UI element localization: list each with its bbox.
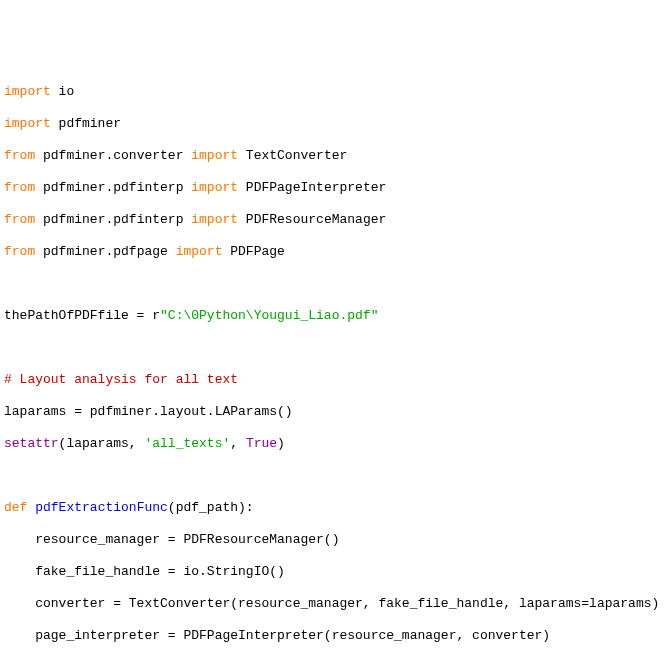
keyword-import: import — [176, 244, 223, 259]
const-true: True — [246, 436, 277, 451]
assignment: converter = TextConverter(resource_manag… — [4, 596, 659, 611]
module-path: pdfminer.pdfpage — [35, 244, 175, 259]
keyword-def: def — [4, 500, 27, 515]
module-path: pdfminer.converter — [35, 148, 191, 163]
keyword-import: import — [191, 180, 238, 195]
assignment: page_interpreter = PDFPageInterpreter(re… — [4, 628, 550, 643]
keyword-import: import — [4, 84, 51, 99]
blank-line — [4, 340, 667, 356]
code-block: import io import pdfminer from pdfminer.… — [4, 68, 667, 660]
keyword-from: from — [4, 180, 35, 195]
keyword-import: import — [4, 116, 51, 131]
keyword-from: from — [4, 244, 35, 259]
func-params: (pdf_path): — [168, 500, 254, 515]
keyword-from: from — [4, 148, 35, 163]
module-path: pdfminer.pdfinterp — [35, 180, 191, 195]
module-path: pdfminer.pdfinterp — [35, 212, 191, 227]
string-literal: 'all_texts' — [144, 436, 230, 451]
module-io: io — [51, 84, 74, 99]
import-name: PDFResourceManager — [238, 212, 386, 227]
assignment: fake_file_handle = io.StringIO() — [4, 564, 285, 579]
blank-line — [4, 468, 667, 484]
import-name: PDFPage — [222, 244, 284, 259]
code-line: page_interpreter = PDFPageInterpreter(re… — [4, 628, 667, 644]
code-line: from pdfminer.converter import TextConve… — [4, 148, 667, 164]
import-name: PDFPageInterpreter — [238, 180, 386, 195]
assignment: laparams = pdfminer.layout.LAParams() — [4, 404, 293, 419]
code-line: laparams = pdfminer.layout.LAParams() — [4, 404, 667, 420]
module-pdfminer: pdfminer — [51, 116, 121, 131]
code-line: from pdfminer.pdfinterp import PDFResour… — [4, 212, 667, 228]
keyword-from: from — [4, 212, 35, 227]
code-line: setattr(laparams, 'all_texts', True) — [4, 436, 667, 452]
code-line: import io — [4, 84, 667, 100]
code-line: resource_manager = PDFResourceManager() — [4, 532, 667, 548]
args: (laparams, — [59, 436, 145, 451]
builtin-setattr: setattr — [4, 436, 59, 451]
assignment: resource_manager = PDFResourceManager() — [4, 532, 339, 547]
comment: # Layout analysis for all text — [4, 372, 238, 387]
code-line: from pdfminer.pdfinterp import PDFPageIn… — [4, 180, 667, 196]
code-line: def pdfExtractionFunc(pdf_path): — [4, 500, 667, 516]
keyword-import: import — [191, 212, 238, 227]
code-line: converter = TextConverter(resource_manag… — [4, 596, 667, 612]
punct: ) — [277, 436, 285, 451]
string-literal: "C:\0Python\Yougui_Liao.pdf" — [160, 308, 378, 323]
punct: , — [230, 436, 246, 451]
keyword-import: import — [191, 148, 238, 163]
code-line: thePathOfPDFfile = r"C:\0Python\Yougui_L… — [4, 308, 667, 324]
import-name: TextConverter — [238, 148, 347, 163]
code-line: from pdfminer.pdfpage import PDFPage — [4, 244, 667, 260]
assignment: thePathOfPDFfile = r — [4, 308, 160, 323]
func-name: pdfExtractionFunc — [35, 500, 168, 515]
blank-line — [4, 276, 667, 292]
code-line: fake_file_handle = io.StringIO() — [4, 564, 667, 580]
code-line: # Layout analysis for all text — [4, 372, 667, 388]
code-line: import pdfminer — [4, 116, 667, 132]
